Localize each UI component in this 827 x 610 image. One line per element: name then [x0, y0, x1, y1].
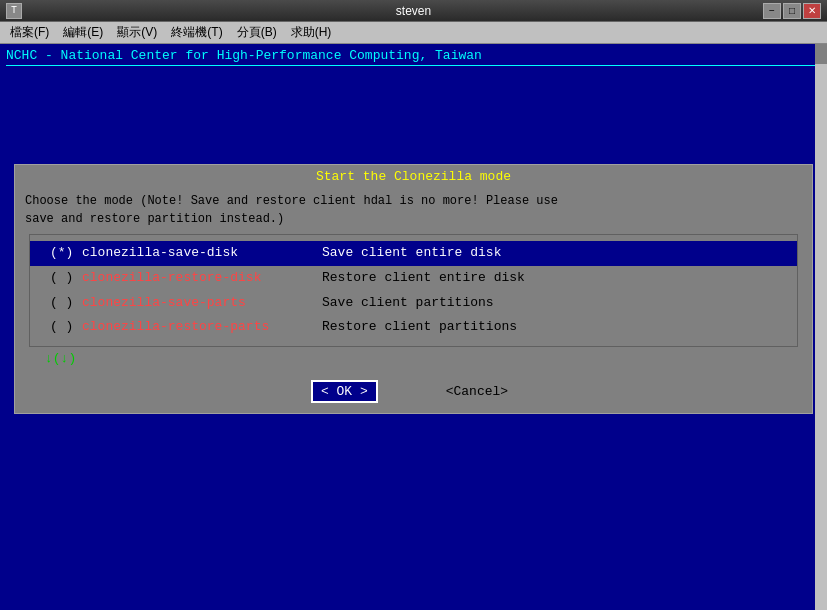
option-desc-1: Restore client entire disk — [322, 268, 525, 289]
clonezilla-dialog: Start the Clonezilla mode Choose the mod… — [14, 164, 813, 414]
dialog-content: Choose the mode (Note! Save and restore … — [15, 188, 812, 370]
close-button[interactable]: ✕ — [803, 3, 821, 19]
options-list: (*) clonezilla-save-disk Save client ent… — [29, 234, 798, 347]
menu-item[interactable]: 顯示(V) — [111, 22, 163, 43]
scrollbar[interactable] — [815, 44, 827, 610]
menu-item[interactable]: 檔案(F) — [4, 22, 55, 43]
option-name-1: clonezilla-restore-disk — [82, 268, 322, 289]
nchc-header: NCHC - National Center for High-Performa… — [6, 48, 821, 63]
titlebar: T steven − □ ✕ — [0, 0, 827, 22]
ok-button[interactable]: < OK > — [311, 380, 378, 403]
option-desc-0: Save client entire disk — [322, 243, 501, 264]
menu-item[interactable]: 編輯(E) — [57, 22, 109, 43]
dialog-description: Choose the mode (Note! Save and restore … — [25, 192, 802, 228]
terminal-area: NCHC - National Center for High-Performa… — [0, 44, 827, 610]
app-icon: T — [6, 3, 22, 19]
menu-item[interactable]: 終端機(T) — [165, 22, 228, 43]
menu-item[interactable]: 求助(H) — [285, 22, 338, 43]
cancel-button[interactable]: <Cancel> — [438, 382, 516, 401]
option-radio-2: ( ) — [50, 293, 78, 314]
option-name-0: clonezilla-save-disk — [82, 243, 322, 264]
maximize-button[interactable]: □ — [783, 3, 801, 19]
option-row[interactable]: ( ) clonezilla-save-parts Save client pa… — [30, 291, 797, 316]
dialog-buttons: < OK > <Cancel> — [15, 370, 812, 413]
scrollbar-thumb[interactable] — [815, 44, 827, 64]
option-radio-1: ( ) — [50, 268, 78, 289]
minimize-button[interactable]: − — [763, 3, 781, 19]
desc-line1: Choose the mode (Note! Save and restore … — [25, 194, 558, 208]
option-name-3: clonezilla-restore-parts — [82, 317, 322, 338]
menubar: 檔案(F)編輯(E)顯示(V)終端機(T)分頁(B)求助(H) — [0, 22, 827, 44]
option-desc-3: Restore client partitions — [322, 317, 517, 338]
option-name-2: clonezilla-save-parts — [82, 293, 322, 314]
option-desc-2: Save client partitions — [322, 293, 494, 314]
extra-indicator: ↓(↓) — [25, 347, 802, 370]
option-radio-3: ( ) — [50, 317, 78, 338]
option-radio-0: (*) — [50, 243, 78, 264]
option-row[interactable]: ( ) clonezilla-restore-parts Restore cli… — [30, 315, 797, 340]
window-title: steven — [396, 4, 431, 18]
dialog-title: Start the Clonezilla mode — [15, 165, 812, 188]
titlebar-buttons: − □ ✕ — [763, 3, 821, 19]
option-row[interactable]: ( ) clonezilla-restore-disk Restore clie… — [30, 266, 797, 291]
nchc-divider — [6, 65, 821, 66]
menu-item[interactable]: 分頁(B) — [231, 22, 283, 43]
titlebar-left: T — [6, 3, 22, 19]
desc-line2: save and restore partition instead.) — [25, 212, 284, 226]
option-row[interactable]: (*) clonezilla-save-disk Save client ent… — [30, 241, 797, 266]
